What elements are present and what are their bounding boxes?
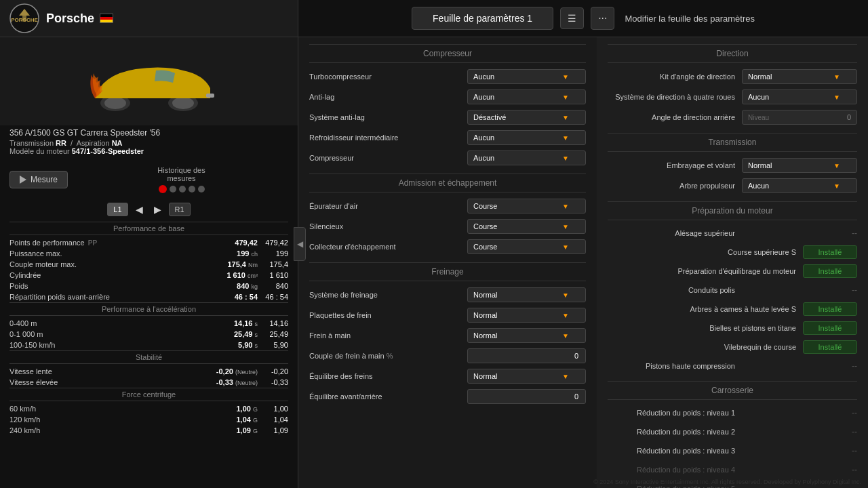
chevron-down-icon: ▼ xyxy=(833,182,840,190)
chevron-down-icon: ▼ xyxy=(562,223,569,230)
anti-lag-select[interactable]: Aucun▼ xyxy=(467,89,586,104)
table-row: Couple moteur max. 175,4 Nm 175,4 xyxy=(9,259,288,270)
refroidisseur-select[interactable]: Aucun▼ xyxy=(467,130,586,145)
stabilite-header: Stabilité xyxy=(9,350,288,364)
embrayage-select[interactable]: Normal▼ xyxy=(742,158,857,173)
list-item: Angle de direction arrière Niveau 0 xyxy=(608,107,857,127)
mesure-section: Mesure Historique desmesures xyxy=(0,159,298,200)
table-row: 120 km/h 1,04 G 1,04 xyxy=(9,414,288,425)
chevron-down-icon: ▼ xyxy=(562,312,569,319)
direction-header: Direction xyxy=(608,44,857,63)
list-item: Alésage supérieur -- xyxy=(608,224,857,243)
silencieux-select[interactable]: Course▼ xyxy=(467,219,586,234)
chevron-down-icon: ▼ xyxy=(562,114,569,121)
historique-section: Historique desmesures xyxy=(75,163,288,196)
list-item: Système de direction à quatre roues Aucu… xyxy=(608,87,857,107)
frein-main-select[interactable]: Normal▼ xyxy=(467,328,586,343)
epurateur-select[interactable]: Course▼ xyxy=(467,199,586,214)
engine-model: Modèle du moteur 547/1-356-Speedster xyxy=(9,147,288,155)
list-item: Conduits polis -- xyxy=(608,281,857,300)
dot-4 xyxy=(198,186,205,192)
list-item: Arbre propulseur Aucun▼ xyxy=(608,176,857,196)
table-row: Vitesse lente -0,20 (Neutre) -0,20 xyxy=(9,366,288,377)
svg-rect-7 xyxy=(206,94,214,98)
chevron-down-icon: ▼ xyxy=(562,243,569,251)
svg-point-6 xyxy=(172,97,194,109)
engine-label: Modèle du moteur xyxy=(9,147,70,155)
table-row: 240 km/h 1,09 G 1,09 xyxy=(9,425,288,436)
arbres-cames-badge: Installé xyxy=(803,302,857,316)
transmission-label: Transmission xyxy=(9,139,54,147)
list-item: Refroidisseur intermédiaire Aucun▼ xyxy=(309,127,586,148)
list-item: Arbres à cames à haute levée S Installé xyxy=(608,300,857,319)
turbocompresseur-select[interactable]: Aucun▼ xyxy=(467,69,586,84)
nav-prev-button[interactable]: ◀ xyxy=(132,203,146,216)
mesure-button[interactable]: Mesure xyxy=(9,171,68,188)
triangle-icon xyxy=(20,176,26,184)
chevron-down-icon: ▼ xyxy=(562,94,569,101)
dots-button[interactable]: ··· xyxy=(591,7,614,30)
list-item: Embrayage et volant Normal▼ xyxy=(608,155,857,176)
collecteur-select[interactable]: Course▼ xyxy=(467,239,586,254)
bielles-pistons-badge: Installé xyxy=(803,321,857,335)
collapse-panel-button[interactable]: ◀ xyxy=(294,227,306,261)
table-row: Puissance max. 199 ch 199 xyxy=(9,248,288,259)
modifier-label: Modifier la feuille des paramètres xyxy=(625,14,754,24)
list-item: Réduction du poids : niveau 2 -- xyxy=(608,422,857,441)
list-item: Silencieux Course▼ xyxy=(309,216,586,237)
course-superieure-badge: Installé xyxy=(803,245,857,259)
arbre-propulseur-select[interactable]: Aucun▼ xyxy=(742,178,857,193)
table-row: 0-1 000 m 25,49 s 25,49 xyxy=(9,329,288,340)
dot-1 xyxy=(170,186,176,192)
car-image xyxy=(75,47,224,115)
nav-r1-button[interactable]: R1 xyxy=(169,203,191,216)
plaquettes-select[interactable]: Normal▼ xyxy=(467,308,586,323)
equilibre-freins-select[interactable]: Normal▼ xyxy=(467,369,586,384)
kit-angle-select[interactable]: Normal▼ xyxy=(742,69,857,84)
systeme-freinage-select[interactable]: Normal▼ xyxy=(467,287,586,302)
equilibre-avant-arriere-input[interactable]: 0 xyxy=(467,389,586,404)
car-details: Transmission RR / Aspiration NA xyxy=(9,139,288,147)
compresseur-header: Compresseur xyxy=(309,44,586,63)
prep-moteur-header: Préparation du moteur xyxy=(608,201,857,220)
hamburger-button[interactable]: ☰ xyxy=(560,7,584,29)
admission-header: Admission et échappement xyxy=(309,174,586,192)
list-item: Anti-lag Aucun▼ xyxy=(309,87,586,107)
couple-frein-input[interactable]: 0 xyxy=(467,348,586,363)
left-panel: PORSCHE Porsche 356 A/1500 GS GT Ca xyxy=(0,0,298,488)
direction-quatre-roues-select[interactable]: Aucun▼ xyxy=(742,89,857,104)
car-info: 356 A/1500 GS GT Carrera Speedster '56 T… xyxy=(0,125,298,159)
chevron-down-icon: ▼ xyxy=(833,73,840,81)
table-row: Vitesse élevée -0,33 (Neutre) -0,33 xyxy=(9,377,288,388)
conduits-polis-value: -- xyxy=(742,285,857,295)
list-item: Course supérieure S Installé xyxy=(608,243,857,262)
car-image-area xyxy=(0,37,298,125)
feuille-title: Feuille de paramètres 1 xyxy=(412,7,553,30)
brand-title: Porsche xyxy=(46,12,94,26)
footer-text: © 2024 Sony Interactive Entertainment In… xyxy=(593,479,861,485)
compresseur-select[interactable]: Aucun▼ xyxy=(467,150,586,165)
dot-3 xyxy=(189,186,195,192)
list-item: Compresseur Aucun▼ xyxy=(309,148,586,168)
table-row: Points de performance PP 479,42 479,42 xyxy=(9,237,288,248)
list-item: Équilibre avant/arrière 0 xyxy=(309,386,586,407)
alesage-value: -- xyxy=(742,228,857,238)
chevron-down-icon: ▼ xyxy=(562,373,569,380)
engine-val: 547/1-356-Speedster xyxy=(72,147,144,155)
angle-direction-input[interactable]: Niveau 0 xyxy=(742,110,857,125)
list-item: Épurateur d'air Course▼ xyxy=(309,196,586,216)
systeme-anti-lag-select[interactable]: Désactivé▼ xyxy=(467,110,586,125)
nav-row: L1 ◀ ▶ R1 xyxy=(0,200,298,219)
pistons-value: -- xyxy=(742,361,857,371)
table-row: 60 km/h 1,00 G 1,00 xyxy=(9,403,288,414)
chevron-down-icon: ▼ xyxy=(833,162,840,169)
transmission-val: RR xyxy=(56,139,66,147)
nav-l1-button[interactable]: L1 xyxy=(107,203,127,216)
list-item: Vilebrequin de course Installé xyxy=(608,338,857,357)
list-item: Frein à main Normal▼ xyxy=(309,325,586,346)
flag-icon xyxy=(100,14,113,23)
nav-next-button[interactable]: ▶ xyxy=(151,203,165,216)
porsche-logo: PORSCHE xyxy=(9,3,39,33)
list-item: Couple de frein à main % 0 xyxy=(309,346,586,366)
list-item: Collecteur d'échappement Course▼ xyxy=(309,237,586,257)
